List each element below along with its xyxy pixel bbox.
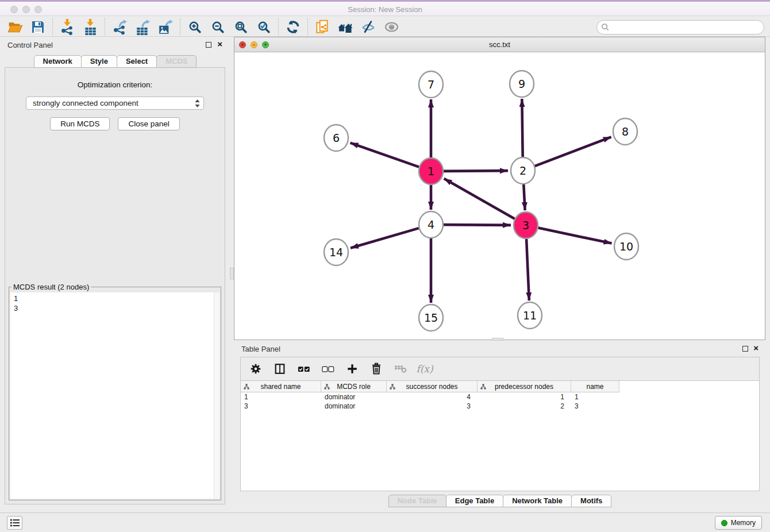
float-panel-icon[interactable] [206,42,211,48]
criterion-dropdown[interactable]: strongly connected component [26,97,204,110]
optimization-criterion-label: Optimization criterion: [5,80,225,89]
column-header-MCDS-role[interactable]: MCDS role [321,381,387,392]
edge-3-1[interactable] [444,179,515,219]
tab-edge-table[interactable]: Edge Table [446,495,503,507]
edge-2-8[interactable] [535,137,611,166]
svg-text:10: 10 [619,240,633,253]
float-panel-icon[interactable] [742,346,748,352]
export-table-button[interactable] [131,18,154,36]
function-builder-button[interactable]: f(x) [414,360,435,377]
table-mode-button[interactable] [245,360,266,377]
hide-graphics-button[interactable] [357,18,380,36]
tab-mcds[interactable]: MCDS [156,55,197,68]
memory-button[interactable]: Memory [715,516,762,530]
node-10[interactable]: 10 [614,233,638,260]
column-header-shared-name[interactable]: shared name [241,381,321,392]
clone-network-button[interactable] [311,18,334,36]
import-table-icon [83,19,98,35]
node-9[interactable]: 9 [510,71,534,97]
close-panel-icon[interactable]: × [217,39,222,49]
node-15[interactable]: 15 [419,304,443,331]
edge-1-6[interactable] [351,143,419,167]
import-table-button[interactable] [79,18,102,36]
task-history-button[interactable] [7,516,22,530]
edge-3-10[interactable] [538,228,612,244]
mcds-result-text: 1 3 [10,292,220,314]
node-6[interactable]: 6 [324,125,348,151]
node-14[interactable]: 14 [324,239,348,265]
edge-4-14[interactable] [351,228,419,248]
column-header-predecessor-nodes[interactable]: predecessor nodes [478,381,571,392]
edge-3-11[interactable] [526,238,529,300]
edge-2-9[interactable] [522,99,522,158]
table-row[interactable]: 3dominator323 [241,402,759,411]
tab-node-table[interactable]: Node Table [388,495,446,507]
node-4[interactable]: 4 [419,211,443,238]
control-panel: Control Panel × NetworkStyleSelectMCDS O… [0,38,230,508]
table-cell[interactable]: 1 [571,392,619,402]
edge-4-3[interactable] [444,225,511,225]
column-header-successor-nodes[interactable]: successor nodes [387,381,478,392]
export-network-button[interactable] [108,18,131,36]
table-cell[interactable]: 2 [478,402,571,411]
mcds-result-scrollbar[interactable] [214,292,220,499]
run-mcds-button[interactable]: Run MCDS [50,117,110,130]
table-cell[interactable]: 4 [387,392,478,402]
home-button[interactable] [334,18,357,36]
close-panel-icon[interactable]: × [753,343,759,353]
network-window-titlebar[interactable]: × − + scc.txt [234,37,765,52]
edge-1-2[interactable] [444,171,508,171]
horizontal-splitter-grip[interactable] [492,338,503,341]
table-cell[interactable]: dominator [321,392,387,402]
zoom-selected-button[interactable] [252,18,275,36]
toolbar-separator [307,18,308,36]
table-cell[interactable]: 3 [241,402,321,411]
mcds-result-textarea[interactable]: 1 3 [10,292,220,499]
tab-network[interactable]: Network [34,55,82,68]
table-panel-tabs: Node TableEdge TableNetwork TableMotifs [234,495,765,507]
tab-network-table[interactable]: Network Table [503,495,572,507]
gear-icon [249,363,262,375]
node-8[interactable]: 8 [613,118,637,145]
tab-motifs[interactable]: Motifs [571,495,611,507]
toolbar-separator [278,18,279,36]
toolbar-separator [105,18,105,36]
open-session-button[interactable] [3,18,26,36]
node-7[interactable]: 7 [419,71,443,98]
table-cell[interactable]: dominator [321,402,387,411]
import-network-button[interactable] [56,18,79,36]
unselect-all-columns-button[interactable] [318,360,338,377]
show-columns-button[interactable] [270,360,290,377]
close-panel-button[interactable]: Close panel [118,117,179,130]
save-session-button[interactable] [26,18,49,36]
network-view-window: × − + scc.txt 7968124314101511 [234,37,765,340]
create-column-button[interactable] [342,360,363,377]
delete-columns-button[interactable] [366,360,387,377]
export-image-button[interactable] [154,18,177,36]
search-input[interactable] [612,22,764,33]
tab-select[interactable]: Select [117,55,157,68]
table-panel: Table Panel × [234,342,765,509]
tab-style[interactable]: Style [81,55,117,68]
table-cell[interactable]: 1 [241,392,321,402]
apply-layout-button[interactable] [282,18,305,36]
zoom-in-button[interactable] [183,18,206,36]
zoom-out-button[interactable] [206,18,229,36]
table-cell[interactable]: 1 [478,392,571,402]
node-1[interactable]: 1 [419,158,443,184]
select-all-columns-button[interactable] [294,360,314,377]
zoom-fit-button[interactable] [229,18,252,36]
trash-icon [370,363,383,375]
table-cell[interactable]: 3 [571,402,619,411]
node-2[interactable]: 2 [511,157,535,184]
column-header-name[interactable]: name [571,381,619,392]
table-cell[interactable]: 3 [387,402,478,411]
node-11[interactable]: 11 [518,302,542,329]
vertical-splitter-grip[interactable] [230,268,234,279]
delete-table-button[interactable] [390,360,411,377]
table-row[interactable]: 1dominator411 [241,392,759,402]
show-graphics-button[interactable] [380,18,403,36]
node-3[interactable]: 3 [514,212,538,238]
network-canvas[interactable]: 7968124314101511 [234,52,765,340]
edge-2-3[interactable] [523,183,525,210]
